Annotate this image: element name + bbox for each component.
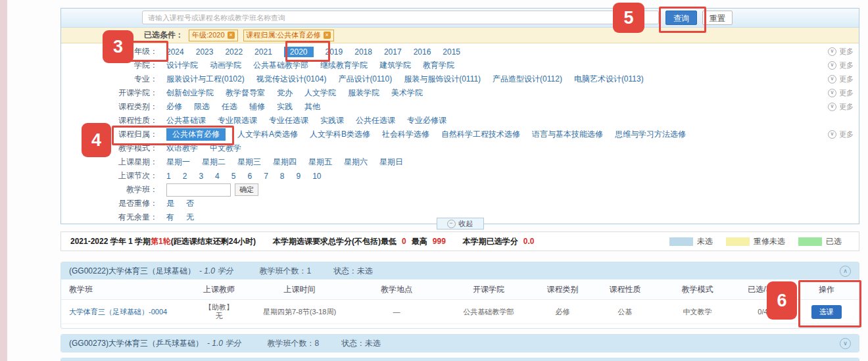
course-section-header[interactable]: (GG00222)大学体育三（足球基础） - 1.0 学分 教学班个数：1 状态… [61,262,859,279]
min-credit-value: 0 [402,237,406,246]
filter-option[interactable]: 星期日 [379,156,403,168]
filter-option[interactable]: 公共基础课 [166,115,206,126]
more-link[interactable]: ∨ 更多 [828,59,854,72]
filter-option[interactable]: 2015 [443,47,460,57]
filter-option[interactable]: 星期二 [202,156,226,168]
collapse-filters-tab[interactable]: − 收起 [437,218,484,229]
course-section-header[interactable]: (GG00282)大学体育三（定向运动基础） - 1.0 学分 教学班个数：9 … [61,358,859,361]
filter-option[interactable]: 美术学院 [391,87,423,99]
filter-option[interactable]: 视觉传达设计(0104) [256,74,327,85]
filter-option[interactable]: 有 [166,212,174,223]
filter-option[interactable]: 专业任选课 [269,115,308,126]
chevron-down-circle-icon: ∨ [828,61,836,70]
filter-option[interactable]: 2018 [354,47,372,57]
filter-option[interactable]: 公共基础教学部 [253,60,308,71]
filter-option[interactable]: 公共体育必修 [166,128,226,141]
more-link[interactable]: ∨ 更多 [828,100,854,114]
filter-option[interactable]: 8 [280,172,285,181]
filter-option[interactable]: 建筑学院 [379,60,411,71]
filter-option[interactable]: 实践课 [320,115,344,126]
filter-option[interactable]: 服装与服饰设计(0111) [404,74,481,85]
filter-option[interactable]: 创新创业学院 [166,87,214,99]
filter-option[interactable]: 任选 [222,101,237,112]
filter-option[interactable]: 社会科学选修 [382,129,429,140]
more-link[interactable]: ∨ 更多 [828,86,854,100]
filter-option[interactable]: 无 [186,212,194,223]
more-link[interactable]: ∨ 更多 [828,45,854,59]
filter-option[interactable]: 2023 [196,47,214,57]
filter-option[interactable]: 语言与基本技能选修 [532,129,603,140]
college-cell: 公共基础教学部 [443,307,535,317]
filter-option[interactable]: 2024 [166,47,184,57]
filter-option[interactable]: 双语教学 [166,143,198,154]
course-section-header[interactable]: (GG00273)大学体育三（乒乓球基础） - 1.0 学分 教学班个数：8 状… [61,335,859,352]
query-button[interactable]: 查询 [665,11,697,25]
select-course-button[interactable]: 选课 [811,305,842,319]
filter-option[interactable]: 电脑艺术设计(0113) [574,74,644,85]
filter-option[interactable]: 4 [215,172,220,181]
filter-option[interactable]: 党办 [277,87,293,99]
filter-option[interactable]: 人文学科A类选修 [237,129,298,140]
search-input[interactable] [142,11,659,24]
remove-tag-icon[interactable]: × [228,32,235,39]
filter-option[interactable]: 否 [186,198,194,209]
filter-option[interactable]: 人文学院 [304,87,336,99]
filter-option[interactable]: 中文教学 [210,143,241,154]
filter-option[interactable]: 产品造型设计(0112) [493,74,562,85]
filter-option[interactable]: 人文学科B类选修 [310,129,370,140]
chevron-down-icon[interactable]: ∨ [840,338,851,349]
filter-option[interactable]: 专业限选课 [218,115,257,126]
filter-option[interactable]: 6 [247,172,252,181]
filter-option[interactable]: 星期三 [237,156,261,168]
remove-tag-icon[interactable]: × [324,32,331,39]
filter-option[interactable]: 星期四 [273,156,297,168]
filter-option[interactable]: 产品设计(0110) [338,74,392,85]
confirm-button[interactable]: 确定 [235,183,258,196]
teaching-class-link[interactable]: 大学体育三（足球基础）-0004 [69,308,167,316]
filter-option[interactable]: 动画学院 [210,60,241,71]
filter-option[interactable]: 自然科学工程技术选修 [441,129,520,140]
filter-option[interactable]: 实践 [277,101,293,112]
col-header: 开课学院 [443,284,535,295]
filter-option[interactable]: 2016 [414,47,431,57]
more-label: 更多 [839,60,854,70]
filter-option[interactable]: 2020 [284,47,314,57]
filter-option[interactable]: 1 [166,172,171,181]
filter-option[interactable]: 教育学院 [423,60,454,71]
filter-option[interactable]: 专业必修课 [407,115,446,126]
filter-option[interactable]: 星期一 [166,156,190,168]
col-header: 课程类别 [535,284,591,295]
teaching-class-input[interactable] [166,183,231,197]
filter-option[interactable]: 2019 [326,47,343,57]
filter-option[interactable]: 思维与学习方法选修 [615,129,686,140]
filter-option[interactable]: 2 [183,172,187,181]
filter-option[interactable]: 星期六 [344,156,368,168]
filter-option[interactable]: 7 [264,172,268,181]
filter-option[interactable]: 教学督导室 [226,87,265,99]
filter-option[interactable]: 必修 [166,101,182,112]
filter-option[interactable]: 辅修 [249,101,265,112]
filter-tag[interactable]: 课程归属:公共体育必修 × [243,30,334,41]
course-list: (GG00222)大学体育三（足球基础） - 1.0 学分 教学班个数：1 状态… [60,262,859,361]
filter-option[interactable]: 2017 [384,47,402,57]
filter-option[interactable]: 继续教育学院 [320,60,368,71]
more-link[interactable]: ∨ 更多 [828,72,854,86]
filter-option[interactable]: 其他 [304,101,320,112]
filter-option[interactable]: 5 [231,172,236,181]
reset-button[interactable]: 重置 [702,11,733,25]
filter-option[interactable]: 3 [199,172,203,181]
filter-option[interactable]: 服装学院 [348,87,379,99]
filter-option[interactable]: 限选 [194,101,210,112]
filter-option[interactable]: 设计学院 [166,60,198,71]
filter-option[interactable]: 公共任选课 [356,115,395,126]
filter-option[interactable]: 10 [312,172,321,181]
filter-option[interactable]: 2022 [225,47,243,57]
filter-option[interactable]: 服装设计与工程(0102) [166,74,245,85]
filter-option[interactable]: 9 [297,172,301,181]
filter-option[interactable]: 星期五 [308,156,332,168]
filter-option[interactable]: 2021 [254,47,272,57]
filter-option[interactable]: 是 [166,198,174,209]
filter-tag[interactable]: 年级:2020 × [189,30,238,41]
chevron-up-icon[interactable]: ∧ [840,266,851,277]
more-link[interactable]: ∨ 更多 [828,128,854,141]
